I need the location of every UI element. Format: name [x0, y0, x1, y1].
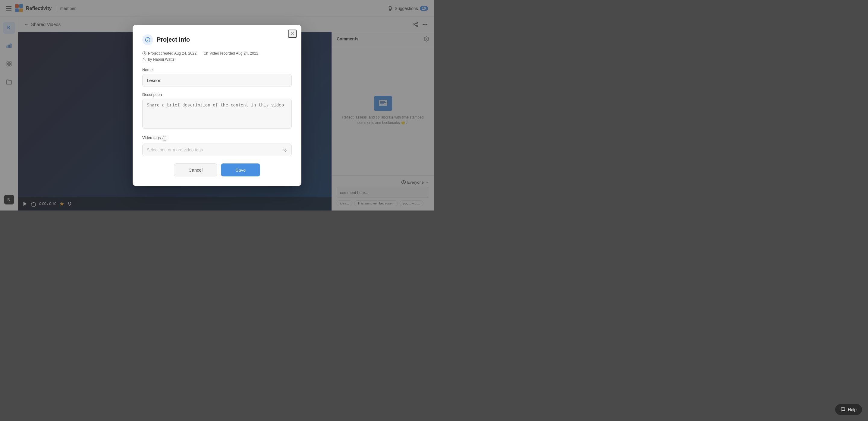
svg-rect-34 — [204, 52, 207, 54]
modal-close-button[interactable]: × — [288, 30, 297, 38]
video-recorded-label: Video recorded Aug 24, 2022 — [210, 51, 258, 56]
modal-description-section: Description — [142, 92, 292, 130]
name-input[interactable] — [142, 74, 292, 87]
tags-label-row: Video tags i — [142, 136, 292, 142]
video-tags-select-wrapper: Select one or more video tags — [142, 144, 292, 156]
author-label: by Naomi Watts — [148, 57, 175, 62]
modal-tags-section: Video tags i Select one or more video ta… — [142, 136, 292, 156]
modal-project-info: Project Info × Project created Aug 24, 2… — [133, 25, 301, 186]
video-icon — [204, 51, 208, 56]
modal-meta-recorded: Video recorded Aug 24, 2022 — [204, 51, 258, 56]
modal-info-icon — [142, 34, 153, 45]
modal-meta-created: Project created Aug 24, 2022 — [142, 51, 196, 56]
save-button[interactable]: Save — [221, 163, 260, 176]
modal-actions: Cancel Save — [142, 163, 292, 176]
cancel-button[interactable]: Cancel — [174, 163, 218, 176]
project-created-label: Project created Aug 24, 2022 — [148, 51, 196, 56]
description-textarea[interactable] — [142, 99, 292, 129]
chevron-down-tags-icon — [282, 148, 287, 152]
modal-header: Project Info — [142, 34, 292, 45]
svg-marker-33 — [207, 53, 208, 54]
user-icon — [142, 57, 147, 62]
modal-meta-dates: Project created Aug 24, 2022 Video recor… — [142, 51, 292, 56]
modal-name-section: Name — [142, 67, 292, 87]
clock-icon — [142, 51, 147, 56]
video-tags-label: Video tags — [142, 136, 161, 140]
modal-meta-author: by Naomi Watts — [142, 57, 292, 62]
description-label: Description — [142, 92, 292, 97]
name-label: Name — [142, 67, 292, 72]
modal-title: Project Info — [157, 36, 190, 43]
tags-info-icon: i — [162, 136, 167, 141]
modal-overlay: Project Info × Project created Aug 24, 2… — [0, 0, 434, 210]
svg-point-35 — [144, 58, 145, 59]
video-tags-select[interactable]: Select one or more video tags — [142, 144, 292, 156]
video-tags-placeholder: Select one or more video tags — [147, 148, 203, 152]
